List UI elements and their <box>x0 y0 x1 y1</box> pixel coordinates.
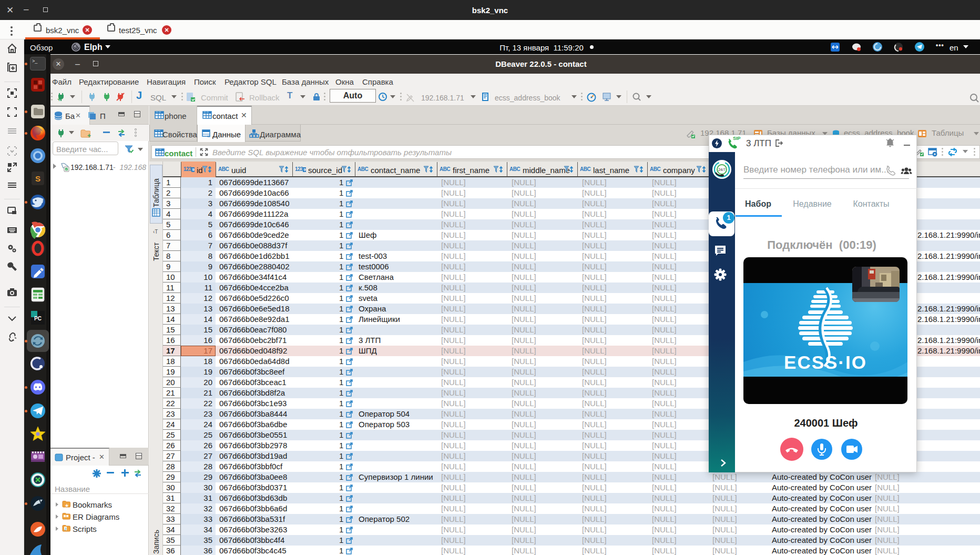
svg-text:24/7: 24/7 <box>718 168 726 171</box>
svg-text:ECSS·IO: ECSS·IO <box>784 352 867 372</box>
svg-text:‹T: ‹T <box>153 229 158 235</box>
svg-text:PC: PC <box>34 316 42 321</box>
svg-text:J: J <box>64 527 66 531</box>
svg-text:‹›: ‹› <box>207 134 210 139</box>
svg-text:S: S <box>35 174 40 183</box>
svg-text:★: ★ <box>65 503 69 508</box>
